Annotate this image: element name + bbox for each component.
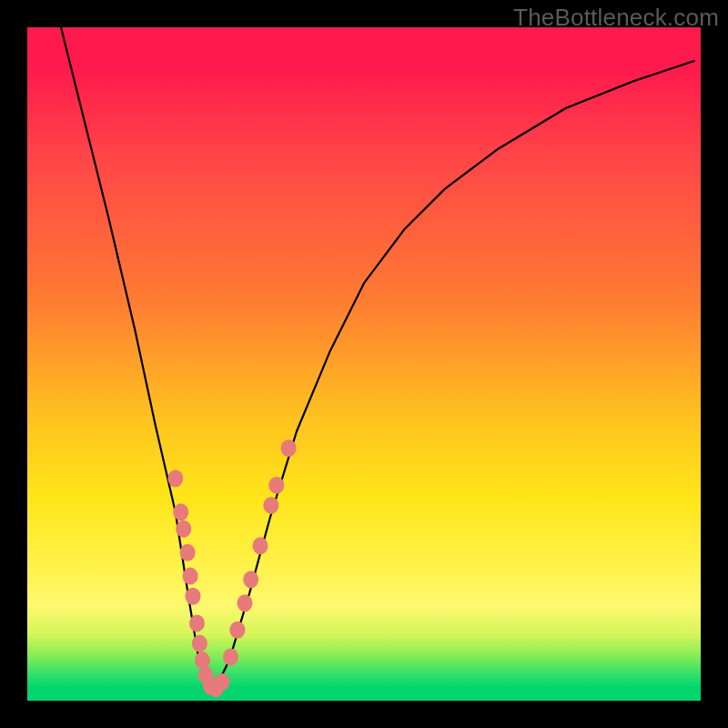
data-marker <box>214 673 229 691</box>
chart-frame: TheBottleneck.com <box>0 0 728 728</box>
data-marker <box>238 594 253 612</box>
plot-area <box>27 27 701 701</box>
data-marker <box>167 470 183 487</box>
data-marker <box>176 521 191 538</box>
data-markers <box>167 440 296 697</box>
data-marker <box>195 652 210 669</box>
data-marker <box>189 614 205 632</box>
bottleneck-curve-path <box>61 27 694 687</box>
data-marker <box>268 477 284 494</box>
data-marker <box>253 537 268 554</box>
data-marker <box>180 544 196 561</box>
data-marker <box>192 635 207 652</box>
data-marker <box>263 497 278 514</box>
data-marker <box>223 648 238 665</box>
data-marker <box>281 440 297 457</box>
chart-svg <box>27 27 701 701</box>
data-marker <box>229 622 245 639</box>
data-marker <box>243 571 258 588</box>
data-marker <box>186 588 201 605</box>
data-marker <box>173 503 188 521</box>
data-marker <box>183 568 198 585</box>
